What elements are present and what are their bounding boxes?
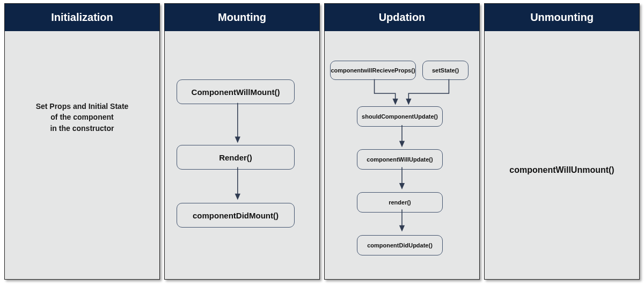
node-will-receive-props: componentwillRecieveProps() — [330, 61, 416, 80]
svg-marker-4 — [393, 99, 398, 105]
svg-marker-11 — [399, 225, 405, 232]
column-header-updation: Updation — [325, 4, 479, 31]
column-initialization: Initialization Set Props and Initial Sta… — [4, 3, 160, 280]
column-body-unmounting: componentWillUnmount() — [485, 31, 639, 279]
svg-marker-1 — [235, 137, 240, 143]
diagram-container: Initialization Set Props and Initial Sta… — [0, 0, 644, 285]
column-header-initialization: Initialization — [5, 4, 159, 31]
svg-marker-7 — [399, 141, 405, 147]
column-body-initialization: Set Props and Initial State of the compo… — [5, 31, 159, 279]
node-component-did-mount: componentDidMount() — [177, 203, 295, 228]
node-component-will-update: componentWillUpdate() — [357, 149, 443, 170]
node-component-will-mount: ComponentWillMount() — [177, 79, 295, 104]
unmounting-text: componentWillUnmount() — [485, 165, 639, 175]
column-mounting: Mounting ComponentWillMount() Render() c… — [164, 3, 320, 280]
svg-marker-3 — [235, 194, 240, 200]
initialization-text: Set Props and Initial State of the compo… — [5, 101, 159, 134]
column-body-updation: componentwillRecieveProps() setState() s… — [325, 31, 479, 279]
column-updation: Updation componentwillRecieveProps() set… — [324, 3, 480, 280]
column-unmounting: Unmounting componentWillUnmount() — [484, 3, 640, 280]
node-render: Render() — [177, 145, 295, 170]
node-component-did-update: componentDidUpdate() — [357, 235, 443, 255]
column-header-mounting: Mounting — [165, 4, 319, 31]
node-should-component-update: shouldComponentUpdate() — [357, 106, 443, 127]
node-render-updation: render() — [357, 192, 443, 213]
column-body-mounting: ComponentWillMount() Render() componentD… — [165, 31, 319, 279]
svg-marker-5 — [406, 99, 411, 105]
svg-marker-9 — [399, 183, 405, 189]
node-set-state: setState() — [422, 61, 469, 80]
column-header-unmounting: Unmounting — [485, 4, 639, 31]
